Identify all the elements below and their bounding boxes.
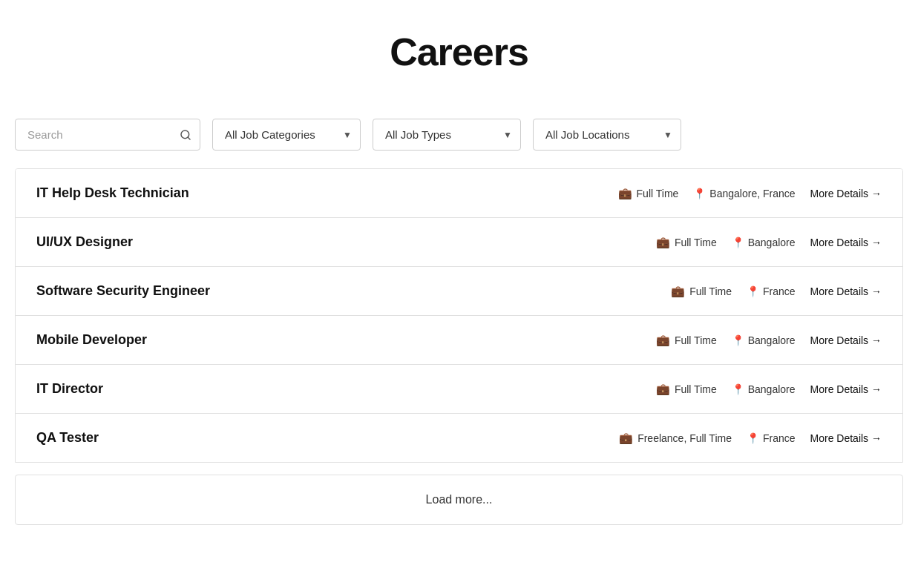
load-more-button[interactable]: Load more...: [16, 475, 902, 524]
job-title: UI/UX Designer: [36, 234, 656, 250]
briefcase-icon: 💼: [656, 236, 670, 249]
job-location-label: France: [763, 285, 796, 297]
job-type: 💼 Freelance, Full Time: [619, 432, 732, 445]
job-type: 💼 Full Time: [618, 187, 679, 200]
job-type-label: Full Time: [637, 188, 679, 199]
job-row: Mobile Developer 💼 Full Time 📍 Bangalore…: [16, 316, 902, 365]
job-meta: 💼 Full Time 📍 Bangalore More Details →: [656, 383, 882, 396]
job-title: QA Tester: [36, 430, 619, 446]
job-type: 💼 Full Time: [671, 285, 732, 298]
job-location: 📍 Bangalore, France: [693, 188, 795, 199]
location-pin-icon: 📍: [732, 334, 744, 346]
briefcase-icon: 💼: [671, 285, 685, 298]
job-location: 📍 France: [747, 285, 796, 297]
job-location-label: Bangalore: [748, 383, 796, 395]
briefcase-icon: 💼: [619, 432, 633, 445]
more-details-link[interactable]: More Details →: [810, 237, 882, 248]
job-type-label: Full Time: [675, 334, 717, 346]
location-pin-icon: 📍: [732, 383, 744, 395]
job-location-label: Bangalore: [748, 237, 796, 248]
location-pin-icon: 📍: [732, 237, 744, 248]
job-meta: 💼 Freelance, Full Time 📍 France More Det…: [619, 432, 882, 445]
job-location-label: Bangalore: [748, 334, 796, 346]
job-location: 📍 France: [747, 432, 796, 444]
briefcase-icon: 💼: [618, 187, 632, 200]
job-type-label: Freelance, Full Time: [637, 432, 732, 444]
briefcase-icon: 💼: [656, 334, 670, 347]
more-details-link[interactable]: More Details →: [810, 432, 882, 444]
job-type-label: Full Time: [675, 237, 717, 248]
job-type: 💼 Full Time: [656, 383, 717, 396]
location-pin-icon: 📍: [747, 285, 759, 297]
search-input[interactable]: [15, 119, 200, 151]
svg-line-1: [188, 137, 190, 139]
search-icon: [180, 129, 191, 141]
briefcase-icon: 💼: [656, 383, 670, 396]
job-title: IT Help Desk Technician: [36, 185, 618, 201]
job-title: IT Director: [36, 381, 656, 397]
more-details-link[interactable]: More Details →: [810, 383, 882, 395]
job-location-label: Bangalore, France: [709, 188, 795, 199]
categories-filter-wrapper: All Job Categories ▼: [212, 119, 361, 151]
job-type: 💼 Full Time: [656, 334, 717, 347]
job-row: UI/UX Designer 💼 Full Time 📍 Bangalore M…: [16, 218, 902, 267]
job-location: 📍 Bangalore: [732, 237, 796, 248]
filters-row: All Job Categories ▼ All Job Types ▼ All…: [15, 119, 903, 151]
jobs-list: IT Help Desk Technician 💼 Full Time 📍 Ba…: [15, 168, 903, 463]
job-row: QA Tester 💼 Freelance, Full Time 📍 Franc…: [16, 414, 902, 462]
load-more-section: Load more...: [15, 475, 903, 525]
location-pin-icon: 📍: [693, 188, 706, 199]
location-pin-icon: 📍: [747, 432, 759, 444]
more-details-link[interactable]: More Details →: [810, 285, 882, 297]
job-meta: 💼 Full Time 📍 France More Details →: [671, 285, 882, 298]
types-filter-wrapper: All Job Types ▼: [373, 119, 521, 151]
types-select[interactable]: All Job Types: [373, 119, 521, 151]
load-more-container: Load more...: [15, 475, 903, 525]
job-type-label: Full Time: [675, 383, 717, 395]
job-row: Software Security Engineer 💼 Full Time 📍…: [16, 267, 902, 316]
job-type: 💼 Full Time: [656, 236, 717, 249]
job-type-label: Full Time: [689, 285, 732, 297]
search-button[interactable]: [180, 129, 191, 141]
page-container: Careers All Job Categories ▼ All Job Typ…: [0, 0, 918, 569]
job-title: Mobile Developer: [36, 332, 656, 348]
more-details-link[interactable]: More Details →: [810, 334, 882, 346]
locations-select[interactable]: All Job Locations: [533, 119, 681, 151]
more-details-link[interactable]: More Details →: [810, 188, 882, 199]
job-meta: 💼 Full Time 📍 Bangalore More Details →: [656, 236, 882, 249]
locations-filter-wrapper: All Job Locations ▼: [533, 119, 681, 151]
job-location: 📍 Bangalore: [732, 334, 796, 346]
job-meta: 💼 Full Time 📍 Bangalore More Details →: [656, 334, 882, 347]
job-title: Software Security Engineer: [36, 283, 671, 299]
search-container: [15, 119, 200, 151]
job-meta: 💼 Full Time 📍 Bangalore, France More Det…: [618, 187, 882, 200]
job-location: 📍 Bangalore: [732, 383, 796, 395]
job-row: IT Help Desk Technician 💼 Full Time 📍 Ba…: [16, 169, 902, 218]
job-row: IT Director 💼 Full Time 📍 Bangalore More…: [16, 365, 902, 414]
page-title: Careers: [15, 30, 903, 74]
categories-select[interactable]: All Job Categories: [212, 119, 361, 151]
job-location-label: France: [763, 432, 796, 444]
